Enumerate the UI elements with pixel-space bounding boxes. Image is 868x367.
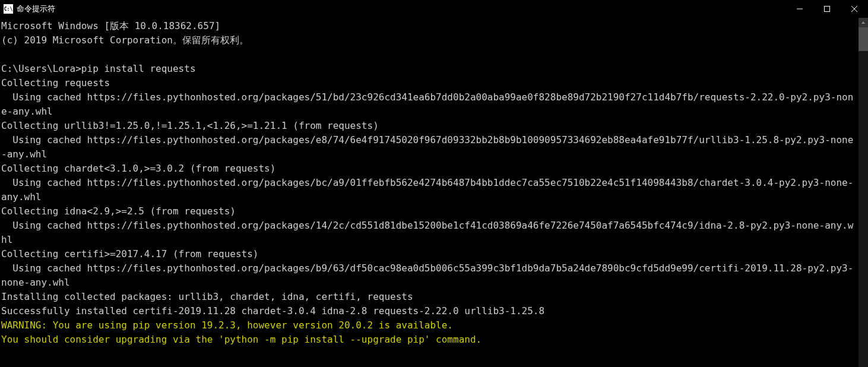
minimize-button[interactable] [786,0,813,18]
terminal-line: Microsoft Windows [版本 10.0.18362.657] [1,19,856,33]
terminal-line [1,48,856,62]
terminal-line: Collecting requests [1,76,856,90]
terminal-line: Using cached https://files.pythonhosted.… [1,133,856,162]
svg-rect-1 [825,7,830,12]
maximize-button[interactable] [813,0,841,18]
terminal-line: Successfully installed certifi-2019.11.2… [1,304,856,318]
terminal-line: Using cached https://files.pythonhosted.… [1,176,856,204]
terminal-line: WARNING: You are using pip version 19.2.… [1,318,856,333]
window-controls [786,0,868,18]
terminal-line: You should consider upgrading via the 'p… [1,333,856,347]
terminal-line: Using cached https://files.pythonhosted.… [1,90,856,119]
scroll-up-button[interactable] [859,18,868,27]
terminal-line: (c) 2019 Microsoft Corporation。保留所有权利。 [1,33,856,48]
svg-marker-4 [861,21,865,24]
terminal-line: Collecting chardet<3.1.0,>=3.0.2 (from r… [1,162,856,176]
terminal-line: Installing collected packages: urllib3, … [1,290,856,304]
cmd-icon: C:\ [4,4,13,14]
terminal-line: Collecting urllib3!=1.25.0,!=1.25.1,<1.2… [1,119,856,133]
scroll-thumb[interactable] [859,27,868,51]
vertical-scrollbar[interactable] [859,18,868,367]
terminal-line: Using cached https://files.pythonhosted.… [1,261,856,290]
terminal-line: Collecting idna<2.9,>=2.5 (from requests… [1,204,856,219]
terminal-line: C:\Users\Lora>pip install requests [1,62,856,76]
terminal-line: Using cached https://files.pythonhosted.… [1,219,856,247]
window-titlebar[interactable]: C:\ 命令提示符 [0,0,868,18]
terminal-area: Microsoft Windows [版本 10.0.18362.657](c)… [0,18,868,367]
window-title: 命令提示符 [17,4,786,14]
close-button[interactable] [841,0,868,18]
terminal-output[interactable]: Microsoft Windows [版本 10.0.18362.657](c)… [0,18,859,367]
terminal-line: Collecting certifi>=2017.4.17 (from requ… [1,247,856,261]
